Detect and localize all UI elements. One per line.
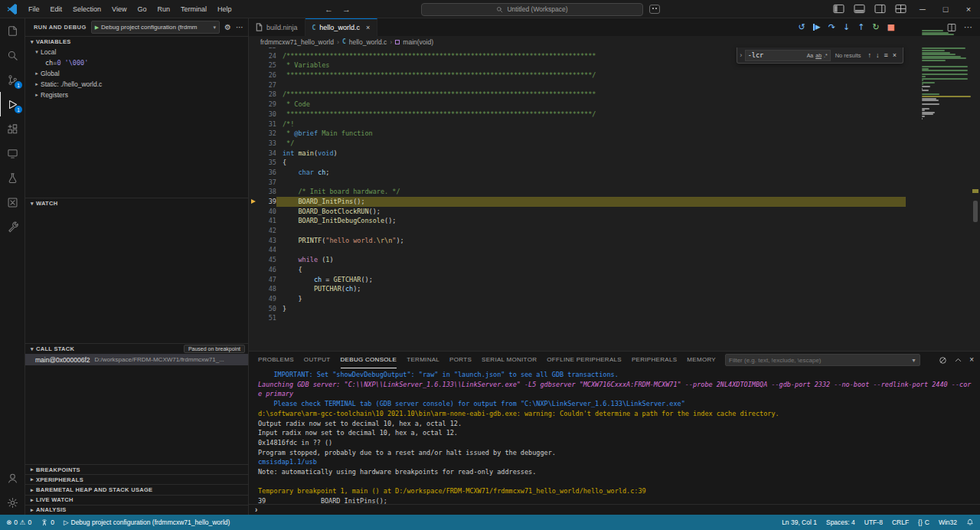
extensions-icon[interactable] bbox=[0, 116, 24, 141]
panel-tab-ports[interactable]: PORTS bbox=[449, 352, 472, 368]
settings-icon[interactable] bbox=[0, 490, 24, 515]
find-input-box[interactable]: Aa ab .* bbox=[745, 50, 831, 61]
step-into-icon[interactable]: ↓ bbox=[843, 23, 850, 31]
panel-tab-peripherals[interactable]: PERIPHERALS bbox=[632, 352, 677, 368]
panel-tab-terminal[interactable]: TERMINAL bbox=[407, 352, 439, 368]
explorer-icon[interactable] bbox=[0, 18, 24, 43]
platform[interactable]: Win32 bbox=[939, 519, 957, 526]
copilot-icon[interactable] bbox=[649, 5, 660, 14]
variables-group-registers[interactable]: ▸Registers bbox=[25, 90, 248, 100]
debug-settings-gear-icon[interactable]: ⚙ bbox=[224, 24, 231, 31]
close-tab-icon[interactable]: × bbox=[366, 24, 370, 31]
panel-tab-offline-peripherals[interactable]: OFFLINE PERIPHERALS bbox=[547, 352, 622, 368]
account-icon[interactable] bbox=[0, 466, 24, 490]
find-next-icon[interactable]: ↓ bbox=[876, 51, 880, 59]
tab-hello-world-c[interactable]: Chello_world.c× bbox=[305, 18, 378, 36]
close-find-icon[interactable]: × bbox=[893, 51, 897, 59]
match-case-icon[interactable]: Aa bbox=[807, 53, 814, 58]
eol-sequence[interactable]: CRLF bbox=[892, 519, 909, 526]
breadcrumb-item[interactable]: main(void) bbox=[403, 38, 433, 46]
debug-console-input[interactable]: › bbox=[249, 504, 980, 515]
variable-row[interactable]: ch = 0 '\000' bbox=[25, 57, 248, 68]
menu-help[interactable]: Help bbox=[212, 0, 237, 18]
panel-tab-output[interactable]: OUTPUT bbox=[304, 352, 331, 368]
menu-run[interactable]: Run bbox=[152, 0, 175, 18]
regex-icon[interactable]: .* bbox=[824, 53, 828, 58]
section-live-watch[interactable]: ▸LIVE WATCH bbox=[25, 495, 248, 505]
panel-tab-serial-monitor[interactable]: SERIAL MONITOR bbox=[482, 352, 537, 368]
minimize-button[interactable]: ─ bbox=[911, 0, 934, 18]
find-in-selection-icon[interactable]: ≡ bbox=[884, 51, 887, 59]
maximize-panel-icon[interactable] bbox=[954, 356, 962, 365]
encoding[interactable]: UTF-8 bbox=[864, 519, 883, 526]
restart-icon[interactable]: ↻ bbox=[872, 23, 879, 31]
source-control-icon[interactable]: 1 bbox=[0, 67, 24, 92]
call-stack-header[interactable]: ▾ CALL STACK Paused on breakpoint bbox=[25, 343, 248, 354]
tab-build-ninja[interactable]: build.ninja bbox=[249, 18, 305, 36]
menu-selection[interactable]: Selection bbox=[67, 0, 106, 18]
panel-tab-memory[interactable]: MEMORY bbox=[687, 352, 716, 368]
close-button[interactable]: × bbox=[957, 0, 980, 18]
watch-header[interactable]: ▾ WATCH bbox=[25, 198, 248, 208]
continue-icon[interactable]: ▶ bbox=[813, 24, 821, 31]
nxp-icon[interactable] bbox=[0, 190, 24, 214]
toggle-sidebar-icon[interactable] bbox=[833, 4, 844, 14]
step-over-icon[interactable]: ↷ bbox=[828, 23, 835, 31]
line-content: ch = GETCHAR(); bbox=[276, 275, 906, 285]
stop-icon[interactable]: ■ bbox=[887, 23, 895, 31]
step-out-icon[interactable]: ↑ bbox=[858, 23, 864, 31]
language-mode[interactable]: {} C bbox=[918, 519, 929, 526]
menu-view[interactable]: View bbox=[106, 0, 132, 18]
toggle-replace-icon[interactable]: › bbox=[737, 51, 745, 59]
start-debug-icon[interactable]: ▶ bbox=[95, 25, 99, 31]
reset-icon[interactable]: ↺ bbox=[799, 23, 805, 31]
section-analysis[interactable]: ▸ANALYSIS bbox=[25, 505, 248, 515]
section-xperipherals[interactable]: ▸XPERIPHERALS bbox=[25, 474, 248, 484]
forward-icon[interactable]: → bbox=[338, 5, 355, 14]
toggle-panel-icon[interactable] bbox=[854, 4, 865, 14]
section-breakpoints[interactable]: ▸BREAKPOINTS bbox=[25, 464, 248, 474]
problems-status[interactable]: ⊗ 0 ⚠ 0 bbox=[6, 519, 31, 526]
variables-group-local[interactable]: ▾Local bbox=[25, 47, 248, 57]
cursor-position[interactable]: Ln 39, Col 1 bbox=[782, 519, 817, 526]
debug-console-output[interactable]: IMPORTANT: Set "showDevDebugOutput": "ra… bbox=[249, 368, 980, 504]
panel-tab-problems[interactable]: PROBLEMS bbox=[258, 352, 294, 368]
breadcrumb-item[interactable]: frdmmcxw71_hello_world bbox=[260, 38, 334, 46]
workspace-search[interactable]: Untitled (Workspace) bbox=[421, 3, 643, 16]
close-panel-icon[interactable]: × bbox=[969, 356, 974, 364]
line-number: 49 bbox=[260, 294, 276, 304]
test-flask-icon[interactable] bbox=[0, 165, 24, 190]
breadcrumb-item[interactable]: hello_world.c bbox=[349, 38, 387, 46]
whole-word-icon[interactable]: ab bbox=[815, 53, 822, 58]
panel-tab-debug-console[interactable]: DEBUG CONSOLE bbox=[341, 352, 397, 368]
variables-header[interactable]: ▾ VARIABLES bbox=[25, 36, 248, 47]
tools-icon[interactable] bbox=[0, 214, 24, 239]
clear-console-icon[interactable] bbox=[939, 356, 947, 365]
debug-config-dropdown[interactable]: ▶ Debug project configuration (frdmm ▾ bbox=[91, 21, 220, 34]
indentation[interactable]: Spaces: 4 bbox=[826, 519, 855, 526]
menu-file[interactable]: File bbox=[23, 0, 45, 18]
more-actions-icon[interactable]: ⋯ bbox=[236, 24, 243, 31]
variables-group-global[interactable]: ▸Global bbox=[25, 68, 248, 79]
back-icon[interactable]: ← bbox=[320, 5, 338, 14]
variables-group-static[interactable]: ▸Static: ./hello_world.c bbox=[25, 79, 248, 90]
menu-terminal[interactable]: Terminal bbox=[175, 0, 212, 18]
find-previous-icon[interactable]: ↑ bbox=[867, 51, 871, 59]
stack-frame-row[interactable]: main@0x000006f2 D:/workspace/FRDM-MCXW71… bbox=[25, 354, 248, 365]
notifications-bell-icon[interactable] bbox=[966, 519, 974, 526]
console-filter-input[interactable] bbox=[729, 357, 911, 364]
menu-go[interactable]: Go bbox=[132, 0, 152, 18]
debug-status[interactable]: ▷ Debug project configuration (frdmmcxw7… bbox=[64, 519, 230, 526]
console-filter[interactable]: ▼ bbox=[725, 354, 920, 366]
section-baremetal-heap-and-stack-usage[interactable]: ▸BAREMETAL HEAP AND STACK USAGE bbox=[25, 484, 248, 494]
maximize-button[interactable]: □ bbox=[934, 0, 957, 18]
search-icon[interactable] bbox=[0, 43, 24, 67]
code-editor[interactable]: 2324/***********************************… bbox=[249, 36, 980, 351]
remote-icon[interactable] bbox=[0, 141, 24, 165]
ports-status[interactable]: 0 bbox=[41, 519, 54, 526]
toggle-secondary-sidebar-icon[interactable] bbox=[874, 4, 886, 14]
run-and-debug-icon[interactable]: 1 bbox=[0, 92, 24, 116]
customize-layout-icon[interactable] bbox=[895, 4, 906, 14]
find-input[interactable] bbox=[748, 51, 805, 59]
menu-edit[interactable]: Edit bbox=[45, 0, 68, 18]
